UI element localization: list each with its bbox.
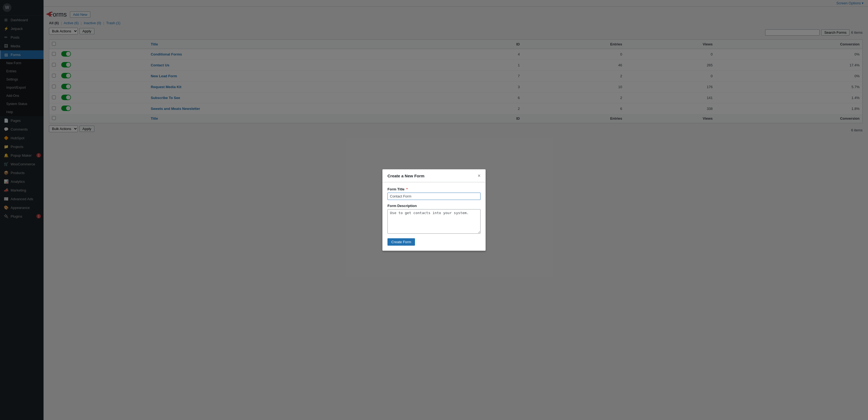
form-description-group: Form Description Use to get contacts int… — [388, 204, 480, 234]
required-star: * — [406, 187, 408, 191]
form-description-label: Form Description — [388, 204, 480, 208]
modal-header: Create a New Form × — [382, 169, 486, 182]
form-description-textarea[interactable]: Use to get contacts into your system. — [388, 209, 480, 234]
modal-title: Create a New Form — [388, 173, 425, 178]
create-form-button[interactable]: Create Form — [388, 238, 415, 246]
modal-close-button[interactable]: × — [477, 173, 480, 178]
modal-overlay[interactable]: Create a New Form × Form Title * Form De… — [0, 0, 868, 420]
form-title-group: Form Title * — [388, 187, 480, 200]
form-title-label: Form Title * — [388, 187, 480, 191]
form-title-input[interactable] — [388, 193, 480, 200]
modal-body: Form Title * Form Description Use to get… — [382, 182, 486, 251]
create-form-modal: Create a New Form × Form Title * Form De… — [382, 169, 486, 251]
